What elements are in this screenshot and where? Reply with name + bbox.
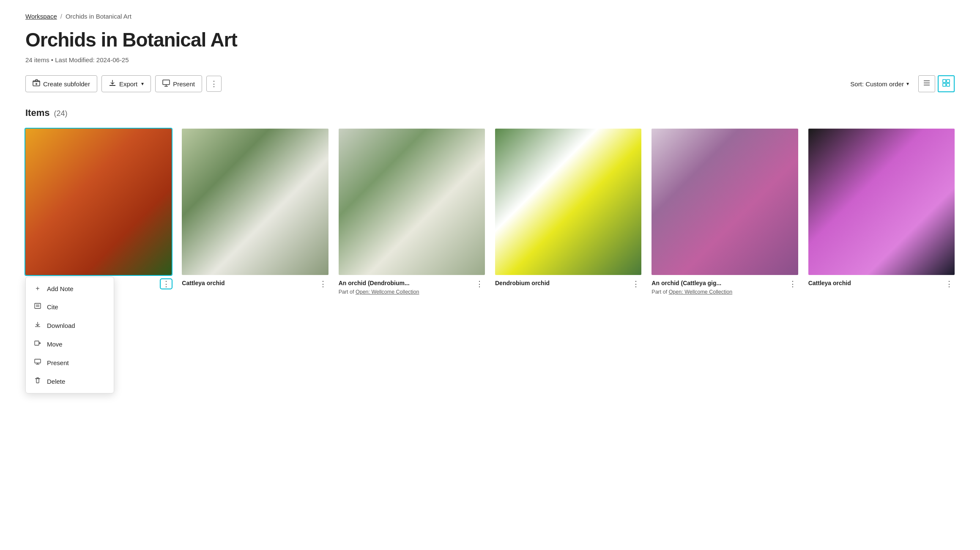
- item-card-2: Cattleya orchid ⋮: [182, 129, 328, 302]
- item-collection-link-5[interactable]: Open: Wellcome Collection: [669, 289, 733, 295]
- svg-rect-12: [947, 83, 950, 86]
- item-footer-6: Cattleya orchid ⋮: [808, 279, 955, 289]
- page-meta: 24 items • Last Modified: 2024-06-25: [25, 56, 955, 63]
- sort-caret-icon: ▾: [906, 81, 909, 87]
- more-options-icon: ⋮: [210, 79, 218, 88]
- item-more-button-3[interactable]: ⋮: [474, 279, 485, 289]
- item-card-5: An orchid (Cattleya gig... Part of Open:…: [652, 129, 798, 302]
- context-menu-add-note-label: Add Note: [47, 285, 74, 292]
- item-meta-5: An orchid (Cattleya gig... Part of Open:…: [652, 279, 785, 294]
- item-part-3: Part of Open: Wellcome Collection: [339, 289, 472, 295]
- item-collection-link-3[interactable]: Open: Wellcome Collection: [356, 289, 419, 295]
- cite-icon: [33, 302, 42, 311]
- svg-rect-19: [35, 359, 41, 363]
- svg-rect-11: [943, 83, 946, 86]
- breadcrumb-separator: /: [60, 13, 62, 20]
- item-title-5: An orchid (Cattleya gig...: [652, 279, 785, 287]
- item-image-2[interactable]: [182, 129, 328, 275]
- section-title: Items: [25, 107, 49, 118]
- export-icon: [109, 79, 116, 88]
- context-menu-cite-label: Cite: [47, 303, 58, 311]
- item-image-1[interactable]: [25, 129, 172, 275]
- context-menu-present-label: Present: [47, 359, 69, 366]
- item-title-4: Dendrobium orchid: [495, 279, 629, 287]
- context-menu-cite[interactable]: Cite: [26, 297, 114, 316]
- present-label: Present: [173, 80, 195, 88]
- view-toggles: [918, 75, 955, 92]
- context-menu: + Add Note Cite Download: [25, 277, 114, 393]
- delete-icon: [33, 377, 42, 385]
- grid-view-button[interactable]: [938, 75, 955, 92]
- svg-rect-17: [35, 341, 39, 345]
- context-menu-add-note[interactable]: + Add Note: [26, 280, 114, 297]
- list-view-button[interactable]: [918, 75, 935, 92]
- list-view-icon: [923, 79, 931, 89]
- item-image-5[interactable]: [652, 129, 798, 275]
- item-footer-5: An orchid (Cattleya gig... Part of Open:…: [652, 279, 798, 294]
- page-title: Orchids in Botanical Art: [25, 28, 955, 51]
- export-caret-icon: ▾: [141, 81, 144, 87]
- item-title-2: Cattleya orchid: [182, 279, 315, 287]
- section-header: Items (24): [25, 107, 955, 118]
- item-image-6[interactable]: [808, 129, 955, 275]
- context-menu-move[interactable]: Move: [26, 335, 114, 353]
- item-meta-4: Dendrobium orchid: [495, 279, 629, 289]
- item-footer-3: An orchid (Dendrobium... Part of Open: W…: [339, 279, 485, 294]
- add-note-icon: +: [33, 285, 42, 292]
- toolbar: Create subfolder Export ▾ Present ⋮ Sort…: [25, 75, 955, 92]
- item-footer-4: Dendrobium orchid ⋮: [495, 279, 641, 289]
- item-footer-2: Cattleya orchid ⋮: [182, 279, 328, 289]
- item-meta-2: Cattleya orchid: [182, 279, 315, 289]
- context-menu-move-label: Move: [47, 341, 63, 348]
- item-image-3[interactable]: [339, 129, 485, 275]
- svg-rect-10: [947, 80, 950, 82]
- breadcrumb-current: Orchids in Botanical Art: [66, 13, 131, 20]
- export-button[interactable]: Export ▾: [101, 75, 151, 92]
- breadcrumb-workspace-link[interactable]: Workspace: [25, 13, 57, 20]
- context-menu-download[interactable]: Download: [26, 316, 114, 335]
- breadcrumb: Workspace / Orchids in Botanical Art: [25, 13, 955, 20]
- section-count: (24): [54, 109, 67, 118]
- item-more-button-4[interactable]: ⋮: [630, 279, 641, 289]
- create-subfolder-icon: [33, 79, 40, 88]
- item-title-3: An orchid (Dendrobium...: [339, 279, 472, 287]
- context-menu-delete[interactable]: Delete: [26, 372, 114, 390]
- grid-view-icon: [942, 79, 950, 89]
- context-menu-present[interactable]: Present: [26, 353, 114, 372]
- sort-control[interactable]: Sort: Custom order ▾: [850, 80, 909, 88]
- item-more-button-1[interactable]: ⋮: [161, 279, 172, 289]
- item-card-3: An orchid (Dendrobium... Part of Open: W…: [339, 129, 485, 302]
- download-icon: [33, 321, 42, 330]
- sort-label: Sort: Custom order: [850, 80, 904, 88]
- more-options-button[interactable]: ⋮: [206, 76, 222, 92]
- export-label: Export: [119, 80, 137, 88]
- item-meta-6: Cattleya orchid: [808, 279, 942, 289]
- svg-rect-13: [35, 303, 41, 308]
- item-more-button-5[interactable]: ⋮: [787, 279, 798, 289]
- item-more-button-2[interactable]: ⋮: [318, 279, 328, 289]
- context-menu-delete-label: Delete: [47, 378, 65, 385]
- items-grid: + Add Note Cite Download: [25, 129, 955, 302]
- present-icon: [162, 79, 170, 88]
- item-card-1: An orchid hybrid (Laelia... 1907 Part of…: [25, 129, 172, 302]
- context-menu-download-label: Download: [47, 322, 75, 329]
- create-subfolder-button[interactable]: Create subfolder: [25, 75, 97, 92]
- item-part-5: Part of Open: Wellcome Collection: [652, 289, 785, 295]
- present-button[interactable]: Present: [155, 75, 202, 92]
- item-meta-3: An orchid (Dendrobium... Part of Open: W…: [339, 279, 472, 294]
- present-ctx-icon: [33, 358, 42, 367]
- move-icon: [33, 340, 42, 348]
- item-image-4[interactable]: [495, 129, 641, 275]
- item-card-4: Dendrobium orchid ⋮: [495, 129, 641, 302]
- item-more-button-6[interactable]: ⋮: [944, 279, 955, 289]
- svg-rect-3: [163, 80, 170, 85]
- create-subfolder-label: Create subfolder: [43, 80, 90, 88]
- svg-rect-9: [943, 80, 946, 82]
- item-card-6: Cattleya orchid ⋮: [808, 129, 955, 302]
- item-title-6: Cattleya orchid: [808, 279, 942, 287]
